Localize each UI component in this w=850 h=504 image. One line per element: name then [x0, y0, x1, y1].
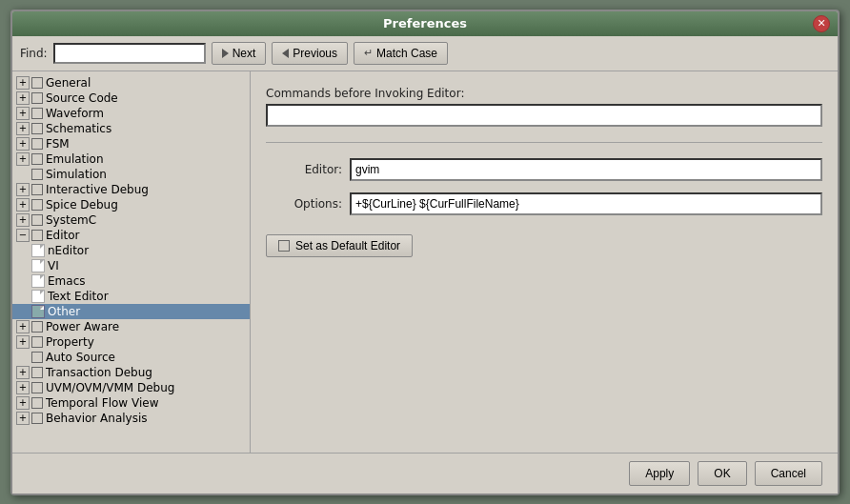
editor-label: Editor: — [266, 163, 342, 176]
tree-item-transaction-debug[interactable]: + Transaction Debug — [12, 365, 250, 380]
editor-row: Editor: — [266, 158, 822, 181]
footer: Apply OK Cancel — [12, 453, 838, 494]
tree-item-emacs[interactable]: Emacs — [12, 273, 250, 289]
checkbox-auto-source[interactable] — [31, 352, 43, 363]
checkbox-simulation[interactable] — [31, 169, 43, 180]
tree-panel: + General + Source Code + Waveform — [12, 71, 251, 453]
expander-general[interactable]: + — [16, 76, 30, 90]
expander-interactive-debug[interactable]: + — [16, 183, 30, 196]
tree-item-vi[interactable]: VI — [12, 258, 250, 273]
options-row: Options: — [266, 192, 822, 215]
checkbox-waveform[interactable] — [31, 108, 43, 119]
label-text-editor: Text Editor — [48, 290, 109, 303]
expander-source-code[interactable]: + — [16, 91, 30, 105]
tree-item-text-editor[interactable]: Text Editor — [12, 289, 250, 304]
tree-scroll[interactable]: + General + Source Code + Waveform — [12, 71, 250, 453]
ok-button[interactable]: OK — [698, 461, 746, 486]
expander-emulation[interactable]: + — [16, 152, 30, 166]
next-arrow-icon — [222, 49, 229, 58]
tree-item-other[interactable]: Other — [12, 304, 250, 319]
expander-property[interactable]: + — [16, 335, 30, 349]
tree-item-neditor[interactable]: nEditor — [12, 243, 250, 258]
tree-item-schematics[interactable]: + Schematics — [12, 121, 250, 136]
editor-input[interactable] — [350, 158, 822, 181]
tree-item-simulation[interactable]: Simulation — [12, 167, 250, 182]
default-editor-checkbox — [278, 240, 290, 252]
default-editor-section: Set as Default Editor — [266, 234, 822, 257]
checkbox-general[interactable] — [31, 77, 43, 89]
options-input[interactable] — [350, 192, 822, 215]
expander-power-aware[interactable]: + — [16, 320, 30, 333]
label-waveform: Waveform — [46, 107, 104, 120]
label-simulation: Simulation — [46, 168, 107, 181]
expander-fsm[interactable]: + — [16, 137, 30, 151]
checkbox-emulation[interactable] — [31, 153, 43, 165]
label-source-code: Source Code — [46, 91, 118, 105]
find-input[interactable] — [53, 43, 206, 64]
apply-button[interactable]: Apply — [629, 461, 690, 486]
tree-item-source-code[interactable]: + Source Code — [12, 91, 250, 106]
checkbox-uvm-debug[interactable] — [31, 382, 43, 393]
close-button[interactable]: ✕ — [813, 15, 830, 32]
checkbox-spice-debug[interactable] — [31, 199, 43, 211]
expander-temporal-flow[interactable]: + — [16, 396, 30, 410]
label-property: Property — [46, 335, 94, 349]
expander-uvm-debug[interactable]: + — [16, 381, 30, 394]
expander-transaction-debug[interactable]: + — [16, 366, 30, 379]
checkbox-temporal-flow[interactable] — [31, 397, 43, 409]
next-label: Next — [233, 47, 256, 60]
previous-arrow-icon — [282, 49, 289, 58]
checkbox-systemc[interactable] — [31, 214, 43, 226]
tree-item-uvm-debug[interactable]: + UVM/OVM/VMM Debug — [12, 380, 250, 395]
tree-item-auto-source[interactable]: Auto Source — [12, 350, 250, 365]
tree-item-fsm[interactable]: + FSM — [12, 136, 250, 151]
previous-button[interactable]: Previous — [272, 42, 348, 65]
icon-other — [31, 305, 45, 318]
set-default-editor-button[interactable]: Set as Default Editor — [266, 234, 413, 257]
tree-item-systemc[interactable]: + SystemC — [12, 212, 250, 228]
right-panel: Commands before Invoking Editor: Editor:… — [251, 71, 838, 453]
expander-spice-debug[interactable]: + — [16, 198, 30, 212]
cancel-button[interactable]: Cancel — [755, 461, 822, 486]
label-systemc: SystemC — [46, 213, 96, 227]
commands-input[interactable] — [266, 104, 822, 127]
expander-behavior-analysis[interactable]: + — [16, 412, 30, 425]
tree-item-temporal-flow[interactable]: + Temporal Flow View — [12, 395, 250, 411]
expander-waveform[interactable]: + — [16, 107, 30, 120]
match-case-label: Match Case — [376, 47, 437, 60]
checkbox-interactive-debug[interactable] — [31, 184, 43, 195]
previous-label: Previous — [293, 47, 337, 60]
icon-text-editor — [31, 290, 45, 303]
commands-section: Commands before Invoking Editor: — [266, 87, 822, 127]
tree-item-interactive-debug[interactable]: + Interactive Debug — [12, 182, 250, 197]
label-general: General — [46, 76, 91, 90]
tree-item-behavior-analysis[interactable]: + Behavior Analysis — [12, 411, 250, 426]
label-neditor: nEditor — [48, 244, 89, 257]
label-uvm-debug: UVM/OVM/VMM Debug — [46, 381, 174, 394]
expander-schematics[interactable]: + — [16, 122, 30, 135]
checkbox-editor[interactable] — [31, 230, 43, 241]
tree-item-power-aware[interactable]: + Power Aware — [12, 319, 250, 334]
checkbox-transaction-debug[interactable] — [31, 367, 43, 378]
checkbox-power-aware[interactable] — [31, 321, 43, 333]
label-editor: Editor — [46, 229, 80, 242]
find-toolbar: Find: Next Previous ↵ Match Case — [12, 36, 838, 71]
tree-item-spice-debug[interactable]: + Spice Debug — [12, 197, 250, 212]
icon-vi — [31, 259, 45, 272]
checkbox-property[interactable] — [31, 336, 43, 348]
tree-item-emulation[interactable]: + Emulation — [12, 151, 250, 167]
checkbox-schematics[interactable] — [31, 123, 43, 134]
match-case-button[interactable]: ↵ Match Case — [354, 42, 448, 65]
tree-item-waveform[interactable]: + Waveform — [12, 106, 250, 121]
expander-editor[interactable]: − — [16, 229, 30, 242]
checkbox-source-code[interactable] — [31, 92, 43, 104]
icon-emacs — [31, 274, 45, 288]
next-button[interactable]: Next — [212, 42, 267, 65]
tree-item-property[interactable]: + Property — [12, 334, 250, 350]
label-emacs: Emacs — [48, 274, 85, 288]
checkbox-fsm[interactable] — [31, 138, 43, 150]
tree-item-general[interactable]: + General — [12, 75, 250, 91]
tree-item-editor[interactable]: − Editor — [12, 228, 250, 243]
checkbox-behavior-analysis[interactable] — [31, 413, 43, 424]
expander-systemc[interactable]: + — [16, 213, 30, 227]
